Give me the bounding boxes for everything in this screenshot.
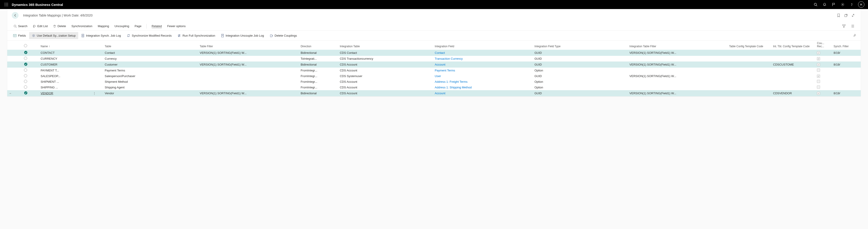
table-row[interactable]: SALESPEOP...Salesperson/PurchaserFromInt… — [7, 73, 861, 79]
cell-field-type[interactable]: GUID — [533, 56, 628, 62]
cell-name[interactable]: CURRENCY — [39, 56, 92, 62]
fewer-options-action[interactable]: Fewer options — [165, 23, 188, 29]
collapse-icon[interactable] — [850, 12, 856, 19]
cell-direction[interactable]: FromIntegr... — [299, 73, 338, 79]
cell-int-field[interactable]: User — [433, 73, 533, 79]
cell-int-tbl-filter[interactable]: VERSION(1) SORTING(Field1) W... — [628, 90, 728, 96]
help-icon[interactable] — [847, 0, 856, 9]
cell-field-type[interactable]: GUID — [533, 73, 628, 79]
row-selected-icon[interactable] — [24, 51, 28, 54]
cell-cou[interactable]: ✓ — [815, 90, 832, 96]
cell-int-field[interactable]: Transaction Currency — [433, 56, 533, 62]
cell-tbl-cfg[interactable] — [728, 73, 772, 79]
cell-int-tbl-filter[interactable]: VERSION(1) SORTING(Field1) W... — [628, 73, 728, 79]
cou-checkbox[interactable]: ✓ — [817, 51, 820, 55]
cell-synch[interactable] — [832, 79, 861, 85]
table-row[interactable]: SHIPPING ...Shipping AgentFromIntegr...C… — [7, 85, 861, 90]
cell-table[interactable]: Payment Terms — [103, 68, 198, 73]
settings-icon[interactable] — [838, 0, 847, 9]
cell-direction[interactable]: FromIntegr... — [299, 85, 338, 90]
cell-table-filter[interactable]: VERSION(1) SORTING(Field1) W... — [198, 50, 299, 56]
cell-int-field[interactable]: Contact — [433, 50, 533, 56]
cell-int-tbl-filter[interactable] — [628, 56, 728, 62]
row-select[interactable] — [24, 68, 27, 72]
cell-int-table[interactable]: CDS Transactioncurrency — [338, 56, 433, 62]
uncouple-log-tool[interactable]: Integration Uncouple Job Log — [218, 32, 267, 39]
cell-table-filter[interactable]: VERSION(1) SORTING(Field1) W... — [198, 90, 299, 96]
cell-synch[interactable]: 8/19/ — [832, 90, 861, 96]
cell-int-cfg[interactable] — [772, 50, 815, 56]
table-row[interactable]: SHIPMENT ...Shipment MethodFromIntegr...… — [7, 79, 861, 85]
cell-table-filter[interactable]: VERSION(1) SORTING(Field1) W... — [198, 62, 299, 68]
col-synch[interactable]: Synch. Filter — [832, 41, 861, 50]
list-view-icon[interactable] — [849, 23, 857, 29]
cell-tbl-cfg[interactable] — [728, 79, 772, 85]
filter-icon[interactable] — [840, 23, 848, 29]
cell-tbl-cfg[interactable] — [728, 50, 772, 56]
row-select[interactable] — [24, 80, 27, 83]
cell-tbl-cfg[interactable] — [728, 90, 772, 96]
cell-synch[interactable]: 8/19/ — [832, 62, 861, 68]
fields-tool[interactable]: Fields — [10, 32, 29, 39]
cell-int-field[interactable]: Address 1: Shipping Method — [433, 85, 533, 90]
cell-table[interactable]: Shipping Agent — [103, 85, 198, 90]
cell-table[interactable]: Salesperson/Purchaser — [103, 73, 198, 79]
cell-int-cfg[interactable]: CDSCUSTOME — [772, 62, 815, 68]
row-select[interactable] — [24, 86, 27, 89]
uncoupling-action[interactable]: Uncoupling — [112, 23, 131, 29]
col-cou[interactable]: Cou... Rec... — [815, 41, 832, 50]
cell-synch[interactable] — [832, 56, 861, 62]
row-selected-icon[interactable] — [24, 91, 28, 95]
cell-synch[interactable]: 8/19/ — [832, 50, 861, 56]
cell-tbl-cfg[interactable] — [728, 68, 772, 73]
col-tbl-cfg[interactable]: Table Config Template Code — [728, 41, 772, 50]
bookmark-icon[interactable] — [835, 12, 842, 19]
col-int-cfg[interactable]: Int. Tbl. Config Template Code — [772, 41, 815, 50]
cou-checkbox[interactable]: ✓ — [817, 57, 820, 60]
cell-cou[interactable]: ✓ — [815, 56, 832, 62]
select-all[interactable] — [24, 44, 27, 47]
delete-couplings-tool[interactable]: Delete Couplings — [267, 32, 300, 39]
cell-int-tbl-filter[interactable]: VERSION(1) SORTING(Field1) W... — [628, 50, 728, 56]
col-int-field[interactable]: Integration Field — [433, 41, 533, 50]
cou-checkbox[interactable] — [817, 86, 820, 89]
delete-action[interactable]: Delete — [51, 23, 68, 29]
cell-int-tbl-filter[interactable] — [628, 68, 728, 73]
cell-direction[interactable]: Bidirectional — [299, 90, 338, 96]
cell-name[interactable]: VENDOR — [39, 90, 92, 96]
cell-int-field[interactable]: Address 1: Freight Terms — [433, 79, 533, 85]
cell-table[interactable]: Customer — [103, 62, 198, 68]
notifications-icon[interactable] — [820, 0, 829, 9]
cell-cou[interactable] — [815, 85, 832, 90]
cell-field-type[interactable]: Option — [533, 68, 628, 73]
cell-name[interactable]: SHIPMENT ... — [39, 79, 92, 85]
cell-int-cfg[interactable] — [772, 79, 815, 85]
col-name[interactable]: Name ↑ — [39, 41, 92, 50]
table-row[interactable]: CONTACTContactVERSION(1) SORTING(Field1)… — [7, 50, 861, 56]
avatar[interactable]: IK — [858, 1, 864, 8]
table-row[interactable]: CURRENCYCurrencyToIntegrati...CDS Transa… — [7, 56, 861, 62]
row-select[interactable] — [24, 57, 27, 60]
sync-modified-tool[interactable]: Synchronize Modified Records — [124, 32, 174, 39]
cell-int-table[interactable]: CDS Account — [338, 85, 433, 90]
cell-table[interactable]: Vendor — [103, 90, 198, 96]
cell-int-cfg[interactable] — [772, 68, 815, 73]
use-default-setup-tool[interactable]: Use Default Sy...ization Setup — [29, 32, 79, 39]
cell-int-table[interactable]: CDS Account — [338, 62, 433, 68]
cell-int-field[interactable]: Account — [433, 90, 533, 96]
cell-name[interactable]: PAYMENT T... — [39, 68, 92, 73]
cell-tbl-cfg[interactable] — [728, 56, 772, 62]
cell-tbl-cfg[interactable] — [728, 62, 772, 68]
cell-synch[interactable] — [832, 85, 861, 90]
app-launcher-icon[interactable] — [2, 0, 11, 9]
cell-direction[interactable]: ToIntegrati... — [299, 56, 338, 62]
cell-cou[interactable] — [815, 68, 832, 73]
cell-direction[interactable]: Bidirectional — [299, 50, 338, 56]
pin-icon[interactable] — [851, 32, 858, 39]
cell-int-table[interactable]: CDS Account — [338, 79, 433, 85]
cell-int-cfg[interactable]: CDSVENDOR — [772, 90, 815, 96]
col-direction[interactable]: Direction — [299, 41, 338, 50]
col-int-tbl-filter[interactable]: Integration Table Filter — [628, 41, 728, 50]
cell-cou[interactable]: ✓ — [815, 73, 832, 79]
cou-checkbox[interactable] — [817, 68, 820, 72]
